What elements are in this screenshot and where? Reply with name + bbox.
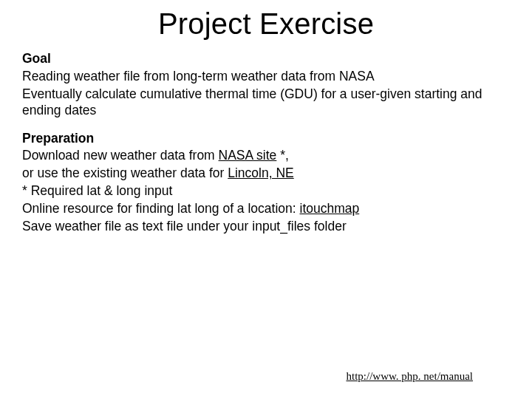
prep-indent-1: * Required lat & long input <box>22 183 510 200</box>
section-gap <box>22 120 510 131</box>
slide-title: Project Exercise <box>22 7 510 41</box>
goal-line-1: Reading weather file from long-term weat… <box>22 69 510 85</box>
lincoln-link[interactable]: Lincoln, NE <box>228 166 294 180</box>
prep-heading: Preparation <box>22 131 510 147</box>
goal-heading: Goal <box>22 51 510 67</box>
footer-manual-link[interactable]: http://www. php. net/manual <box>346 370 473 383</box>
slide: Project Exercise Goal Reading weather fi… <box>0 0 532 399</box>
itouchmap-link[interactable]: itouchmap <box>300 201 360 216</box>
prep-indent-2: Online resource for finding lat long of … <box>22 201 510 217</box>
prep-line-3: Save weather file as text file under you… <box>22 219 510 235</box>
prep-line-1a: Download new weather data from <box>22 148 219 163</box>
slide-body: Goal Reading weather file from long-term… <box>22 51 510 235</box>
prep-line-2a: or use the existing weather data for <box>22 166 228 180</box>
goal-line-2: Eventually calculate cumulative thermal … <box>22 86 510 119</box>
prep-line-2: or use the existing weather data for Lin… <box>22 166 510 182</box>
nasa-site-link[interactable]: NASA site <box>219 148 277 163</box>
prep-indent-2a: Online resource for finding lat long of … <box>22 201 300 216</box>
prep-line-1b: *, <box>276 148 289 163</box>
prep-line-1: Download new weather data from NASA site… <box>22 148 510 164</box>
